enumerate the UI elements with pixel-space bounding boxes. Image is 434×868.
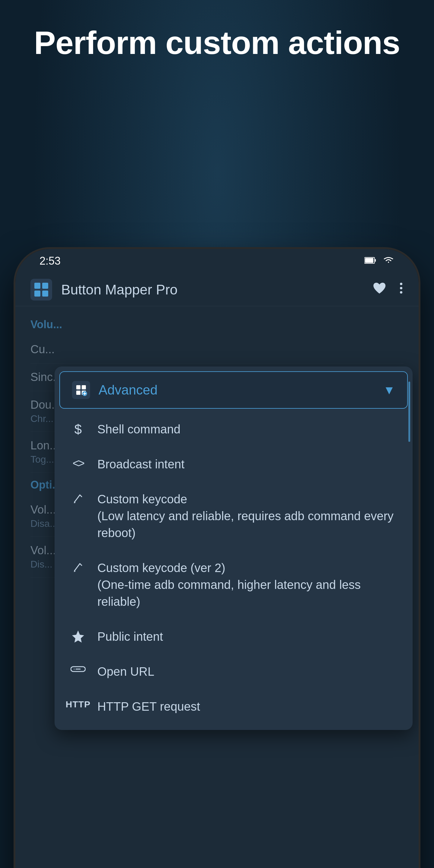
status-icons	[364, 255, 395, 267]
hero-section: Perform custom actions	[0, 24, 434, 61]
dropdown-item-public-intent[interactable]: Public intent	[55, 619, 412, 654]
svg-rect-2	[365, 258, 373, 263]
dropdown-item-http-get[interactable]: HTTP HTTP GET request	[55, 689, 412, 724]
app-bar-actions	[372, 281, 404, 298]
list-item-custom: Cu...	[30, 336, 404, 364]
dropdown-item-open-url[interactable]: Open URL	[55, 654, 412, 689]
scrollbar[interactable]	[408, 381, 410, 442]
shell-command-icon: $	[70, 422, 87, 437]
dropdown-item-shell-command[interactable]: $ Shell command	[55, 412, 412, 447]
http-get-icon: HTTP	[70, 699, 87, 710]
open-url-label: Open URL	[97, 663, 154, 680]
section-volume: Volu...	[30, 318, 404, 331]
svg-rect-12	[76, 391, 81, 395]
public-intent-icon	[70, 629, 87, 643]
public-intent-label: Public intent	[97, 628, 163, 645]
main-content: Volu... Cu... Sinc... Defa... Dou... Chr…	[16, 306, 418, 590]
svg-point-7	[400, 283, 402, 285]
open-url-icon	[70, 664, 87, 674]
status-time: 2:53	[39, 255, 61, 267]
battery-icon	[364, 255, 376, 267]
svg-rect-6	[42, 290, 48, 297]
custom-keycode-icon	[70, 492, 87, 505]
dropdown-item-custom-keycode[interactable]: Custom keycode(Low latency and reliable,…	[55, 482, 412, 550]
app-bar-title: Button Mapper Pro	[61, 281, 363, 298]
svg-point-8	[400, 287, 402, 289]
hero-title: Perform custom actions	[24, 24, 410, 61]
broadcast-intent-icon: <>	[70, 457, 87, 470]
dropdown-item-custom-keycode-v2[interactable]: Custom keycode (ver 2)(One-time adb comm…	[55, 550, 412, 619]
svg-rect-1	[375, 259, 376, 261]
svg-point-9	[400, 291, 402, 293]
app-bar: Button Mapper Pro	[16, 273, 418, 306]
svg-rect-3	[34, 283, 40, 289]
custom-keycode-v2-icon	[70, 561, 87, 574]
svg-rect-11	[82, 385, 86, 390]
dropdown-menu[interactable]: Advanced ▼ $ Shell command <> Broadcast …	[55, 367, 412, 730]
custom-keycode-label: Custom keycode(Low latency and reliable,…	[97, 491, 398, 541]
svg-rect-10	[76, 385, 81, 390]
dropdown-selected-text: Advanced	[98, 382, 383, 398]
dropdown-items-list: $ Shell command <> Broadcast intent	[55, 409, 412, 730]
phone-screen: 2:53	[16, 249, 418, 868]
app-icon	[30, 279, 52, 301]
more-button[interactable]	[399, 281, 404, 298]
wifi-icon	[382, 255, 395, 267]
http-get-label: HTTP GET request	[97, 698, 200, 715]
dropdown-header[interactable]: Advanced ▼	[59, 371, 408, 409]
svg-rect-5	[34, 290, 40, 297]
phone-frame: 2:53	[13, 247, 421, 868]
status-bar: 2:53	[16, 249, 418, 273]
heart-button[interactable]	[372, 281, 387, 298]
shell-command-label: Shell command	[97, 421, 181, 438]
broadcast-intent-label: Broadcast intent	[97, 456, 184, 472]
dropdown-chevron-icon: ▼	[383, 383, 395, 397]
advanced-icon	[72, 381, 90, 399]
svg-rect-4	[42, 283, 48, 289]
dropdown-item-broadcast-intent[interactable]: <> Broadcast intent	[55, 447, 412, 482]
custom-keycode-v2-label: Custom keycode (ver 2)(One-time adb comm…	[97, 559, 398, 610]
